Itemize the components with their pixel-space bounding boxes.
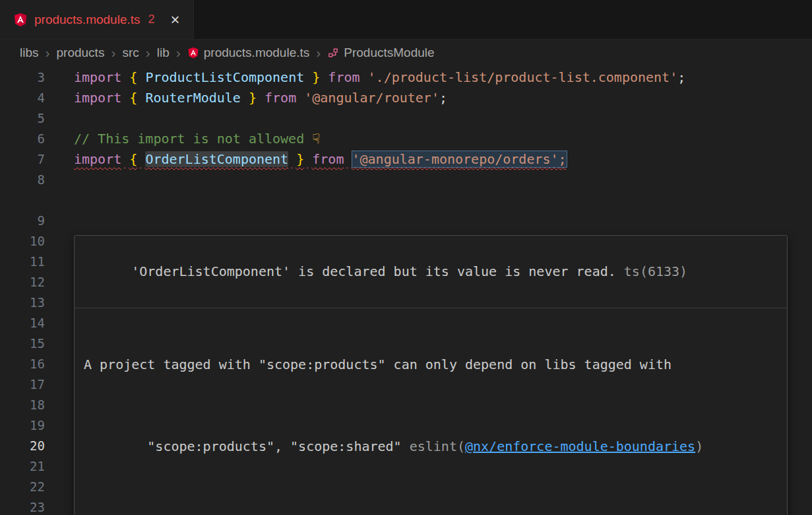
code-token: ; xyxy=(439,90,447,106)
eslint-rule-link[interactable]: @nx/enforce-module-boundaries xyxy=(465,438,695,454)
breadcrumb-item-file[interactable]: products.module.ts xyxy=(187,46,310,60)
code-token: from xyxy=(328,69,359,85)
error-squiggle-range: import { OrderListComponent } from '@ang… xyxy=(74,151,567,167)
chevron-right-icon: › xyxy=(145,45,151,61)
line-number: 14 xyxy=(0,313,45,333)
line-number: 5 xyxy=(0,108,45,129)
code-token: } xyxy=(296,151,304,167)
breadcrumb-label: src xyxy=(122,46,139,60)
code-editor[interactable]: 3import { ProductListComponent } from '.… xyxy=(0,66,812,514)
code-token xyxy=(241,90,249,106)
code-token: './product-list/product-list.component' xyxy=(368,69,678,85)
tab-title: products.module.ts xyxy=(34,13,141,27)
line-number: 18 xyxy=(0,395,45,415)
code-token: // This import is not allowed xyxy=(74,131,312,147)
diagnostic-message: 'OrderListComponent' is declared but its… xyxy=(131,263,616,279)
code-line: 7import { OrderListComponent } from '@an… xyxy=(0,149,812,170)
code-line-content: // This import is not allowed ☟ xyxy=(74,129,320,149)
code-token xyxy=(121,69,129,85)
diagnostic-eslint: A project tagged with "scope:products" c… xyxy=(75,308,787,515)
code-token xyxy=(257,90,265,106)
diagnostic-message-line2: "scope:products", "scope:shared" xyxy=(147,438,401,454)
code-token: { xyxy=(129,90,137,106)
line-number: 15 xyxy=(0,333,45,354)
diagnostic-ts: 'OrderListComponent' is declared but its… xyxy=(75,236,787,308)
code-token: } xyxy=(312,69,320,85)
diagnostic-source: ts(6133) xyxy=(616,263,687,279)
hover-tooltip: 'OrderListComponent' is declared but its… xyxy=(74,235,788,515)
breadcrumb-item-symbol[interactable]: ProductsModule xyxy=(327,46,434,60)
line-number: 16 xyxy=(0,354,45,374)
breadcrumb: libs › products › src › lib › products.m… xyxy=(0,40,812,66)
line-number: 20 xyxy=(0,436,45,456)
breadcrumb-item-lib[interactable]: lib xyxy=(157,46,170,60)
code-token: '@angular-monorepo/orders'; xyxy=(352,151,567,167)
code-token xyxy=(137,90,145,106)
symbol-class-icon xyxy=(327,47,339,59)
line-number: 7 xyxy=(0,149,45,170)
code-line-content: import { RouterModule } from '@angular/r… xyxy=(74,88,447,108)
close-icon[interactable]: × xyxy=(171,12,180,28)
code-token: import xyxy=(74,90,121,106)
code-token: ☟ xyxy=(312,131,320,147)
breadcrumb-label: lib xyxy=(157,46,170,60)
code-token: { xyxy=(129,69,137,85)
line-number: 9 xyxy=(0,211,45,231)
line-number: 23 xyxy=(0,497,45,515)
code-token xyxy=(320,69,328,85)
breadcrumb-label: libs xyxy=(20,46,39,60)
code-line: 6// This import is not allowed ☟ xyxy=(0,129,812,149)
code-token xyxy=(360,69,368,85)
code-token: ProductListComponent xyxy=(145,69,304,85)
code-token: import xyxy=(74,69,121,85)
code-token: RouterModule xyxy=(145,90,241,106)
diagnostic-message-line1: A project tagged with "scope:products" c… xyxy=(84,355,778,375)
diagnostic-source-close: ) xyxy=(695,438,703,454)
code-token: import xyxy=(74,151,121,167)
code-token: } xyxy=(249,90,257,106)
tab-problem-count: 2 xyxy=(148,13,155,26)
code-token: from xyxy=(312,151,344,167)
breadcrumb-item-libs[interactable]: libs xyxy=(20,46,39,60)
breadcrumb-label: ProductsModule xyxy=(344,46,434,60)
line-number: 6 xyxy=(0,129,45,149)
code-line-content: import { ProductListComponent } from './… xyxy=(74,67,685,88)
chevron-right-icon: › xyxy=(315,45,321,61)
code-token xyxy=(137,151,145,167)
line-number: 17 xyxy=(0,374,45,395)
breadcrumb-label: products.module.ts xyxy=(204,46,310,60)
code-token: from xyxy=(265,90,296,106)
diagnostic-source: eslint( xyxy=(402,438,465,454)
code-token: { xyxy=(129,151,137,167)
line-number: 13 xyxy=(0,292,45,313)
code-token xyxy=(121,151,129,167)
line-number: 8 xyxy=(0,170,45,190)
breadcrumb-item-products[interactable]: products xyxy=(57,46,105,60)
line-number: 21 xyxy=(0,456,45,477)
angular-icon xyxy=(187,47,199,59)
angular-icon xyxy=(13,13,28,27)
code-token xyxy=(288,151,296,167)
code-token: '@angular/router' xyxy=(304,90,439,106)
code-token xyxy=(121,90,129,106)
code-line xyxy=(0,190,812,211)
tab-bar: products.module.ts 2 × xyxy=(0,0,812,40)
code-token xyxy=(304,151,312,167)
line-number: 4 xyxy=(0,88,45,108)
tab-products-module[interactable]: products.module.ts 2 × xyxy=(0,0,194,39)
code-line: 8 xyxy=(0,170,812,190)
code-token xyxy=(296,90,304,106)
line-number: 19 xyxy=(0,415,45,436)
code-line: 4import { RouterModule } from '@angular/… xyxy=(0,88,812,108)
breadcrumb-label: products xyxy=(57,46,105,60)
breadcrumb-item-src[interactable]: src xyxy=(122,46,139,60)
code-line: 5 xyxy=(0,108,812,129)
code-token xyxy=(304,69,312,85)
code-token xyxy=(137,69,145,85)
line-number: 10 xyxy=(0,231,45,252)
line-number: 11 xyxy=(0,252,45,272)
code-line: 9 xyxy=(0,211,812,231)
code-token xyxy=(344,151,352,167)
chevron-right-icon: › xyxy=(45,45,51,61)
line-number: 22 xyxy=(0,477,45,497)
